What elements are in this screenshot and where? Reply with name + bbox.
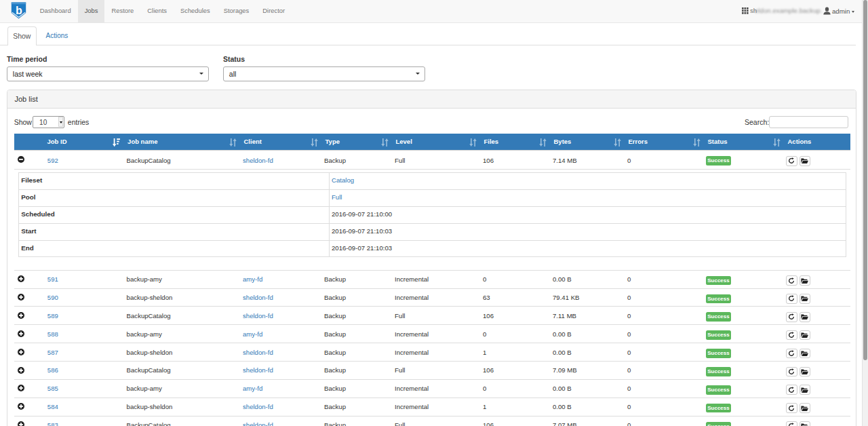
- svg-text:b: b: [16, 4, 22, 16]
